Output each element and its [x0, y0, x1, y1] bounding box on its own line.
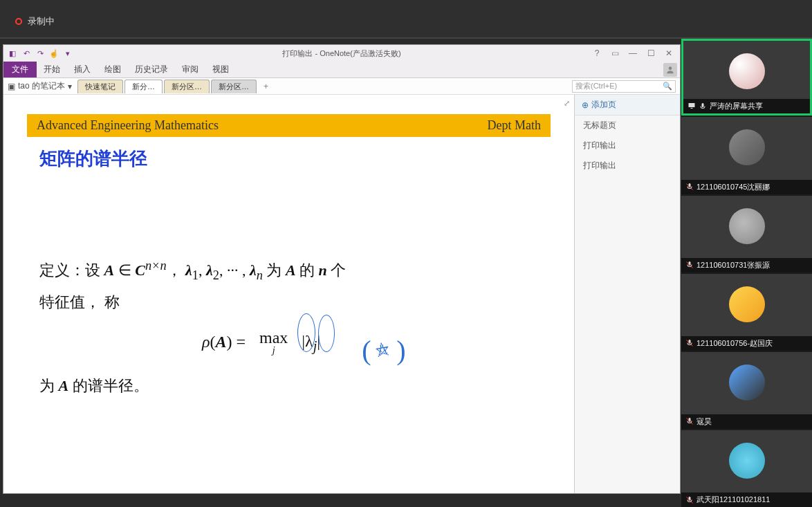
page-list-item[interactable]: 打印输出: [575, 136, 680, 156]
ribbon-collapse-icon[interactable]: ▭: [608, 48, 622, 58]
avatar: [729, 208, 765, 244]
participant-name: 武天阳121101021811: [696, 495, 770, 505]
ribbon-tab[interactable]: 审阅: [175, 62, 205, 77]
mic-muted-icon: [685, 417, 694, 425]
participant-name-bar: 121106010731张振源: [681, 258, 812, 273]
onenote-window: ◧ ↶ ↷ ☝ ▾ 打印输出 - OneNote(产品激活失败) ? ▭ — ☐…: [3, 44, 681, 494]
onenote-body: ⤢ Advanced Engineering Mathematics Dept …: [3, 95, 680, 493]
ribbon-tab[interactable]: 开始: [37, 62, 67, 77]
screen-share-icon: [688, 102, 696, 111]
onenote-icon: ◧: [8, 48, 17, 58]
window-title: 打印输出 - OneNote(产品激活失败): [282, 48, 400, 59]
maximize-icon[interactable]: ☐: [644, 48, 658, 58]
ribbon-tab[interactable]: 历史记录: [128, 62, 175, 77]
participant-name: 寇昊: [696, 416, 712, 427]
undo-icon[interactable]: ↶: [21, 48, 31, 58]
recording-label: 录制中: [28, 15, 55, 28]
participant-tile[interactable]: 121106010731张振源: [681, 196, 812, 273]
search-icon: 🔍: [663, 82, 672, 91]
svg-point-0: [669, 66, 672, 70]
page-list-item[interactable]: 打印输出: [575, 156, 680, 176]
slide-title: 矩阵的谱半径: [39, 147, 574, 171]
svg-rect-2: [691, 108, 693, 109]
participant-tile[interactable]: 寇昊: [681, 352, 812, 429]
slide-body: 定义：设 A ∈ Cn×n， λ1, λ2, ··· , λn 为 A 的 n …: [39, 254, 538, 400]
avatar: [729, 53, 765, 89]
section-tab-row: ▣ tao 的笔记本 ▾ 快速笔记 新分… 新分区… 新分区… + 搜索(Ctr…: [3, 78, 680, 95]
record-icon: [15, 18, 22, 25]
participant-tile[interactable]: 严涛的屏幕共享: [681, 39, 812, 116]
avatar: [729, 286, 765, 322]
recording-status: 录制中: [15, 15, 55, 28]
section-tab[interactable]: 新分区…: [211, 80, 257, 93]
expand-icon[interactable]: ⤢: [564, 99, 570, 108]
slide-header-right: Dept Math: [488, 118, 541, 133]
participant-name-bar: 寇昊: [681, 414, 812, 429]
participant-name-bar: 武天阳121101021811: [681, 492, 812, 507]
search-placeholder: 搜索(Ctrl+E): [575, 81, 617, 91]
add-section-button[interactable]: +: [258, 80, 274, 93]
file-tab[interactable]: 文件: [3, 62, 37, 77]
section-tab[interactable]: 快速笔记: [77, 80, 123, 93]
ink-circle: [318, 315, 335, 352]
window-title-bar: ◧ ↶ ↷ ☝ ▾ 打印输出 - OneNote(产品激活失败) ? ▭ — ☐…: [3, 45, 680, 62]
participant-tile[interactable]: 121106010745沈丽娜: [681, 117, 812, 194]
participants-panel: 严涛的屏幕共享121106010745沈丽娜121106010731张振源121…: [681, 39, 812, 507]
section-tab[interactable]: 新分区…: [164, 80, 210, 93]
definition-line-2: 特征值， 称: [39, 288, 538, 317]
formula: ρ(A) = max j |λj| (: [39, 326, 538, 359]
section-tab[interactable]: 新分…: [124, 80, 163, 93]
mic-muted-icon: [685, 261, 694, 269]
page-canvas[interactable]: ⤢ Advanced Engineering Mathematics Dept …: [3, 95, 575, 493]
qat-more-icon[interactable]: ▾: [63, 48, 73, 58]
ink-paren-left: (: [362, 324, 371, 377]
mic-muted-icon: [685, 339, 694, 347]
ribbon-tab[interactable]: 视图: [205, 62, 236, 77]
participant-tile[interactable]: 武天阳121101021811: [681, 430, 812, 507]
ink-star-icon: ⛤: [373, 335, 394, 366]
participant-name: 121106010756-赵国庆: [696, 338, 773, 349]
mic-icon: [699, 102, 707, 111]
slide-header-left: Advanced Engineering Mathematics: [37, 118, 219, 133]
minimize-icon[interactable]: —: [626, 48, 640, 58]
redo-icon[interactable]: ↷: [35, 48, 45, 58]
slide-header: Advanced Engineering Mathematics Dept Ma…: [27, 114, 551, 137]
ink-paren-right: ): [396, 324, 405, 377]
participant-name-bar: 121106010745沈丽娜: [681, 180, 812, 194]
ribbon: 文件 开始 插入 绘图 历史记录 审阅 视图: [3, 62, 680, 78]
help-icon[interactable]: ?: [590, 48, 604, 58]
plus-icon: ⊕: [582, 100, 589, 110]
participant-name: 严涛的屏幕共享: [710, 101, 763, 111]
chevron-down-icon: ▾: [68, 82, 72, 91]
avatar: [729, 365, 765, 400]
participant-name-bar: 严涛的屏幕共享: [683, 99, 810, 113]
svg-rect-1: [689, 103, 695, 107]
avatar: [729, 129, 765, 165]
definition-line-1: 定义：设 A ∈ Cn×n， λ1, λ2, ··· , λn 为 A 的 n …: [39, 254, 538, 288]
participant-name: 121106010731张振源: [696, 260, 770, 270]
page-list-panel: ⊕ 添加页 无标题页 打印输出 打印输出: [575, 95, 680, 493]
shared-screen: ◧ ↶ ↷ ☝ ▾ 打印输出 - OneNote(产品激活失败) ? ▭ — ☐…: [0, 39, 681, 507]
page-list-item[interactable]: 无标题页: [575, 116, 680, 136]
close-icon[interactable]: ✕: [662, 48, 676, 58]
notebook-name[interactable]: ▣ tao 的笔记本 ▾: [8, 80, 76, 92]
mic-muted-icon: [685, 496, 694, 504]
participant-name: 121106010745沈丽娜: [696, 182, 770, 192]
notebook-icon: ▣: [8, 82, 15, 91]
add-page-button[interactable]: ⊕ 添加页: [575, 95, 680, 116]
meeting-top-bar: 录制中: [0, 0, 812, 39]
account-icon[interactable]: [661, 62, 680, 77]
ribbon-tab[interactable]: 插入: [67, 62, 98, 77]
touch-icon[interactable]: ☝: [49, 48, 59, 58]
avatar: [729, 443, 765, 479]
definition-line-3: 为 A 的谱半径。: [39, 371, 538, 400]
user-avatar-icon: [663, 63, 677, 77]
participant-name-bar: 121106010756-赵国庆: [681, 336, 812, 351]
qat: ◧ ↶ ↷ ☝ ▾: [3, 48, 73, 58]
mic-muted-icon: [685, 183, 694, 191]
ribbon-tab[interactable]: 绘图: [98, 62, 128, 77]
search-input[interactable]: 搜索(Ctrl+E) 🔍: [572, 80, 676, 93]
participant-tile[interactable]: 121106010756-赵国庆: [681, 274, 812, 351]
